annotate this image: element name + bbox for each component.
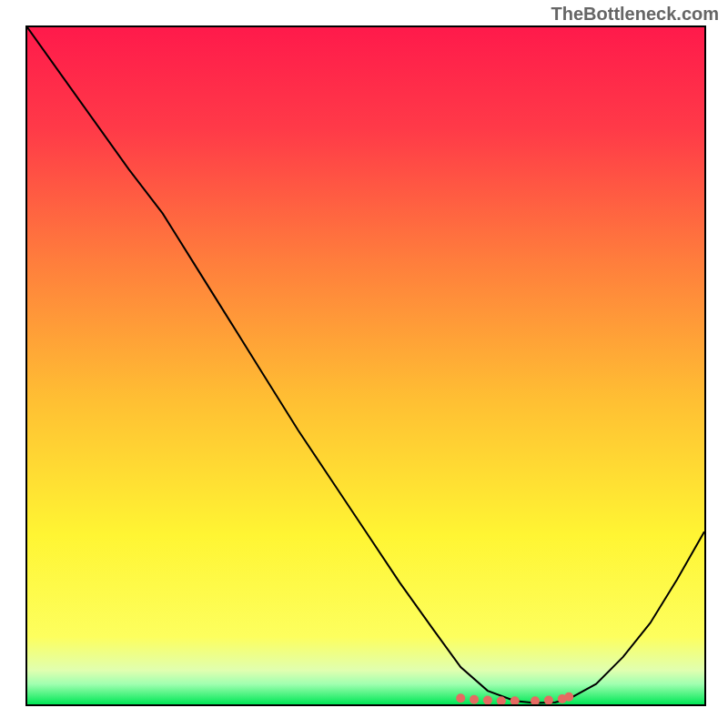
optimal-point [531,696,540,704]
optimal-point [544,696,553,705]
optimal-point [564,693,573,702]
optimal-point [483,696,492,705]
optimal-point [470,695,479,704]
watermark-text: TheBottleneck.com [551,4,719,25]
optimal-point [456,693,465,703]
bottleneck-curve [27,27,704,703]
chart-plot-area [25,25,706,706]
optimal-point [511,696,520,704]
chart-svg [27,27,704,704]
